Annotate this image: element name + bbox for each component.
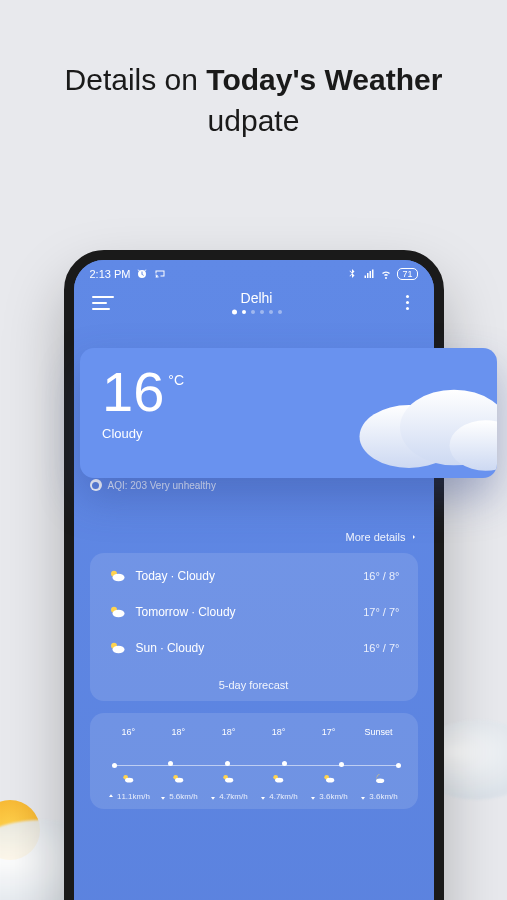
bluetooth-icon [346, 268, 358, 280]
aqi-label: AQI: 203 Very unhealthy [108, 480, 216, 491]
partly-cloudy-icon [108, 567, 126, 585]
hourly-forecast-card[interactable]: 16° 18° 18° 18° 17° Sunset [90, 713, 418, 809]
app-header: Delhi [74, 284, 434, 329]
forecast-row[interactable]: Today · Cloudy 16° / 8° [108, 567, 400, 585]
svg-point-15 [326, 778, 334, 783]
partly-cloudy-icon [171, 772, 185, 786]
menu-button[interactable] [92, 296, 114, 310]
forecast-row[interactable]: Tomorrow · Cloudy 17° / 7° [108, 603, 400, 621]
night-cloudy-icon [372, 772, 386, 786]
status-time: 2:13 PM [90, 268, 131, 280]
partly-cloudy-icon [121, 772, 135, 786]
wifi-icon [380, 268, 392, 280]
aqi-icon [90, 479, 102, 491]
hourly-temps: 16° 18° 18° 18° 17° Sunset [98, 727, 410, 737]
current-temp: 16 [102, 364, 164, 420]
svg-point-16 [376, 778, 384, 783]
svg-point-7 [125, 778, 133, 783]
wind-down-icon [209, 793, 217, 801]
headline-bold: Today's Weather [206, 63, 442, 96]
overflow-menu-button[interactable] [400, 295, 416, 310]
daily-forecast-card: Today · Cloudy 16° / 8° Tomorrow · Cloud… [90, 553, 418, 701]
hourly-trend-line [112, 765, 396, 766]
svg-point-1 [112, 574, 124, 582]
wind-down-icon [309, 793, 317, 801]
partly-cloudy-icon [108, 639, 126, 657]
wind-down-icon [259, 793, 267, 801]
five-day-forecast-link[interactable]: 5-day forecast [108, 679, 400, 691]
wind-down-icon [159, 793, 167, 801]
location-selector[interactable]: Delhi [232, 290, 282, 315]
page-indicator [232, 310, 282, 315]
current-weather-card[interactable]: 16 °C Cloudy [80, 348, 497, 478]
promo-headline: Details on Today's Weather udpate [0, 0, 507, 181]
partly-cloudy-icon [271, 772, 285, 786]
aqi-row[interactable]: AQI: 203 Very unhealthy [90, 479, 418, 491]
cloud-illustration [337, 368, 497, 478]
svg-point-3 [112, 610, 124, 618]
battery-indicator: 71 [397, 268, 417, 280]
headline-pre: Details on [65, 63, 207, 96]
svg-point-5 [112, 646, 124, 654]
svg-point-13 [276, 778, 284, 783]
alarm-icon [136, 268, 148, 280]
chevron-right-icon [410, 533, 418, 541]
status-bar: 2:13 PM 71 [74, 260, 434, 284]
temp-unit: °C [168, 372, 184, 388]
cast-icon [154, 268, 166, 280]
wind-down-icon [359, 793, 367, 801]
forecast-row[interactable]: Sun · Cloudy 16° / 7° [108, 639, 400, 657]
city-name: Delhi [232, 290, 282, 306]
svg-point-11 [226, 778, 234, 783]
wind-up-icon [107, 793, 115, 801]
headline-post: udpate [208, 104, 300, 137]
partly-cloudy-icon [108, 603, 126, 621]
partly-cloudy-icon [221, 772, 235, 786]
partly-cloudy-icon [322, 772, 336, 786]
svg-point-9 [176, 778, 184, 783]
signal-icon [363, 268, 375, 280]
more-details-link[interactable]: More details [90, 531, 418, 543]
